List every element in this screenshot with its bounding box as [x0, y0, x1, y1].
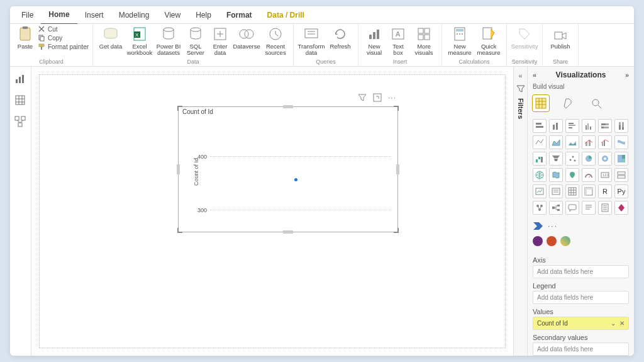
resize-handle[interactable]: [283, 230, 293, 234]
resize-handle[interactable]: [283, 105, 293, 108]
resize-handle[interactable]: [394, 228, 399, 233]
copy-icon: [38, 34, 45, 42]
report-view-icon[interactable]: [14, 73, 27, 86]
scatter-visual[interactable]: ··· Count of Id Count of Id 400: [178, 106, 398, 232]
axis-well[interactable]: Add data fields here: [533, 265, 629, 278]
svg-rect-83: [552, 188, 560, 195]
resize-handle[interactable]: [394, 106, 399, 111]
viz-map-icon[interactable]: [533, 168, 547, 182]
viz-card-icon[interactable]: 123: [598, 168, 612, 182]
focus-mode-icon[interactable]: [373, 93, 382, 102]
legend-well[interactable]: Add data fields here: [533, 291, 629, 304]
viz-slicer-icon[interactable]: [549, 184, 563, 198]
svg-rect-3: [40, 37, 44, 41]
resize-handle[interactable]: [177, 106, 182, 111]
tab-modeling[interactable]: Modeling: [111, 6, 157, 24]
powerbi-datasets-button[interactable]: Power BI datasets: [155, 25, 182, 56]
viz-powerapps-icon[interactable]: [614, 201, 628, 215]
viz-paginated-report-icon[interactable]: [598, 201, 612, 215]
viz-waterfall-icon[interactable]: [533, 152, 547, 166]
format-painter-button[interactable]: Format painter: [38, 43, 89, 50]
viz-stacked-bar-icon[interactable]: [533, 119, 547, 133]
viz-gauge-icon[interactable]: [582, 168, 596, 182]
custom-visual-1[interactable]: [533, 236, 543, 246]
more-visuals-button[interactable]: More visuals: [410, 25, 438, 56]
viz-scatter-icon[interactable]: [565, 152, 579, 166]
data-view-icon[interactable]: [14, 94, 27, 107]
viz-100-stacked-bar-icon[interactable]: [598, 119, 612, 133]
viz-donut-icon[interactable]: [598, 152, 612, 166]
custom-visual-2[interactable]: [547, 236, 557, 246]
quick-measure-button[interactable]: Quick measure: [475, 25, 502, 56]
viz-clustered-column-icon[interactable]: [582, 119, 596, 133]
model-view-icon[interactable]: [14, 116, 27, 128]
dataverse-button[interactable]: Dataverse: [233, 25, 260, 50]
viz-pie-icon[interactable]: [582, 152, 596, 166]
recent-sources-button[interactable]: Recent sources: [262, 25, 289, 56]
viz-r-script-icon[interactable]: R: [598, 184, 612, 198]
sql-server-button[interactable]: SQL Server: [184, 25, 208, 56]
get-data-button[interactable]: Get data: [97, 25, 125, 50]
viz-line-clustered-column-icon[interactable]: [598, 135, 612, 149]
data-point: [294, 178, 297, 181]
viz-area-icon[interactable]: [549, 135, 563, 149]
analytics-tab[interactable]: [588, 95, 604, 111]
secondary-values-well[interactable]: Add data fields here: [533, 342, 629, 356]
viz-py-script-icon[interactable]: Py: [614, 184, 628, 198]
remove-field-icon[interactable]: ✕: [619, 320, 625, 327]
viz-azure-map-icon[interactable]: [565, 168, 579, 182]
copy-button[interactable]: Copy: [38, 34, 89, 42]
paste-button[interactable]: Paste: [14, 25, 36, 50]
enter-data-button[interactable]: Enter data: [209, 25, 231, 56]
custom-visual-3[interactable]: [560, 236, 570, 246]
viz-matrix-icon[interactable]: [582, 184, 596, 198]
tab-view[interactable]: View: [157, 6, 188, 24]
viz-funnel-icon[interactable]: [549, 152, 563, 166]
viz-decomposition-tree-icon[interactable]: [549, 201, 563, 215]
viz-line-stacked-column-icon[interactable]: [582, 135, 596, 149]
format-visual-tab[interactable]: [560, 95, 577, 111]
viz-qna-icon[interactable]: [565, 201, 579, 215]
expand-filters-icon[interactable]: «: [518, 72, 522, 79]
excel-workbook-button[interactable]: XExcel workbook: [126, 25, 153, 56]
viz-line-icon[interactable]: [533, 135, 547, 149]
expand-fields-icon[interactable]: »: [625, 71, 629, 79]
viz-100-stacked-column-icon[interactable]: [614, 119, 628, 133]
cut-button[interactable]: Cut: [38, 25, 89, 33]
new-visual-button[interactable]: New visual: [362, 25, 386, 56]
tab-file[interactable]: File: [14, 6, 41, 24]
tab-insert[interactable]: Insert: [77, 6, 111, 24]
filter-icon[interactable]: [358, 93, 367, 102]
text-box-button[interactable]: AText box: [387, 25, 409, 56]
resize-handle[interactable]: [177, 164, 180, 174]
build-visual-tab[interactable]: [533, 95, 549, 111]
viz-filled-map-icon[interactable]: [549, 168, 563, 182]
more-options-icon[interactable]: ···: [388, 93, 396, 102]
values-well[interactable]: Count of Id ⌄✕: [533, 317, 629, 330]
viz-kpi-icon[interactable]: [533, 184, 547, 198]
viz-key-influencers-icon[interactable]: [533, 201, 547, 215]
get-more-visuals[interactable]: ···: [548, 222, 558, 230]
tab-format[interactable]: Format: [219, 6, 260, 24]
refresh-button[interactable]: Refresh: [326, 25, 354, 50]
tab-data-drill[interactable]: Data / Drill: [260, 6, 312, 24]
filters-pane-collapsed[interactable]: « Filters: [513, 67, 527, 356]
transform-data-button[interactable]: Transform data: [297, 25, 325, 56]
tab-help[interactable]: Help: [188, 6, 219, 24]
resize-handle[interactable]: [396, 164, 399, 174]
viz-stacked-column-icon[interactable]: [549, 119, 563, 133]
viz-ribbon-icon[interactable]: [614, 135, 628, 149]
resize-handle[interactable]: [177, 228, 182, 233]
power-automate-icon[interactable]: [533, 221, 544, 231]
viz-multi-row-card-icon[interactable]: [614, 168, 628, 182]
viz-clustered-bar-icon[interactable]: [565, 119, 579, 133]
viz-stacked-area-icon[interactable]: [565, 135, 579, 149]
new-measure-button[interactable]: New measure: [446, 25, 474, 56]
viz-table-icon[interactable]: [565, 184, 579, 198]
viz-smart-narrative-icon[interactable]: [582, 201, 596, 215]
chevron-down-icon[interactable]: ⌄: [611, 320, 616, 327]
tab-home[interactable]: Home: [41, 6, 77, 25]
viz-treemap-icon[interactable]: [614, 152, 628, 166]
report-canvas[interactable]: ··· Count of Id Count of Id 400: [39, 74, 506, 348]
publish-button[interactable]: Publish: [547, 25, 574, 50]
